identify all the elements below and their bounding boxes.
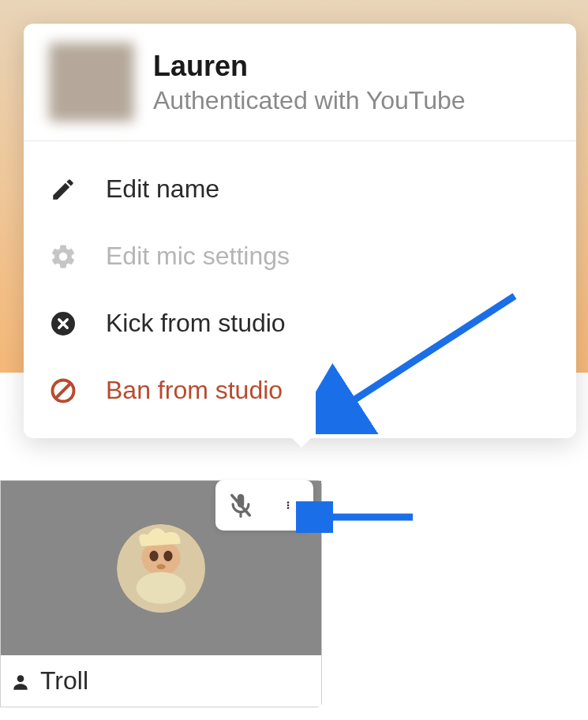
svg-point-11 (287, 501, 290, 504)
participant-controls (215, 480, 313, 531)
menu-label-edit-name: Edit name (106, 174, 219, 204)
menu-list: Edit name Edit mic settings Kick from st… (24, 141, 576, 438)
svg-point-13 (287, 507, 290, 509)
header-text: Lauren Authenticated with YouTube (153, 50, 466, 115)
menu-item-edit-name[interactable]: Edit name (24, 156, 576, 223)
svg-point-6 (163, 550, 172, 561)
participant-avatar (117, 524, 205, 613)
svg-point-5 (149, 550, 158, 561)
menu-label-edit-mic: Edit mic settings (106, 242, 290, 271)
participant-video-area (1, 481, 321, 655)
user-avatar (49, 43, 134, 122)
participant-card: Troll (0, 480, 322, 707)
menu-item-ban[interactable]: Ban from studio (24, 357, 576, 424)
svg-point-8 (137, 572, 186, 603)
svg-line-2 (55, 383, 71, 399)
popover-header: Lauren Authenticated with YouTube (24, 24, 576, 141)
svg-point-14 (17, 675, 24, 682)
user-name: Lauren (153, 50, 466, 83)
more-options-button[interactable] (274, 489, 302, 521)
user-auth-status: Authenticated with YouTube (153, 86, 466, 115)
gear-icon (49, 242, 77, 271)
menu-item-kick[interactable]: Kick from studio (24, 290, 576, 357)
participant-name: Troll (40, 666, 88, 696)
menu-label-ban: Ban from studio (106, 376, 283, 405)
ban-icon (49, 377, 77, 405)
person-icon (10, 672, 29, 691)
menu-label-kick: Kick from studio (106, 309, 286, 338)
mic-mute-button[interactable] (227, 489, 255, 521)
user-options-popover: Lauren Authenticated with YouTube Edit n… (24, 24, 576, 438)
pencil-icon (49, 175, 77, 204)
popover-pointer (290, 437, 313, 448)
menu-item-edit-mic: Edit mic settings (24, 223, 576, 290)
circle-x-icon (49, 309, 77, 338)
participant-name-bar: Troll (1, 655, 321, 707)
svg-point-7 (156, 564, 165, 569)
svg-point-12 (287, 504, 290, 507)
